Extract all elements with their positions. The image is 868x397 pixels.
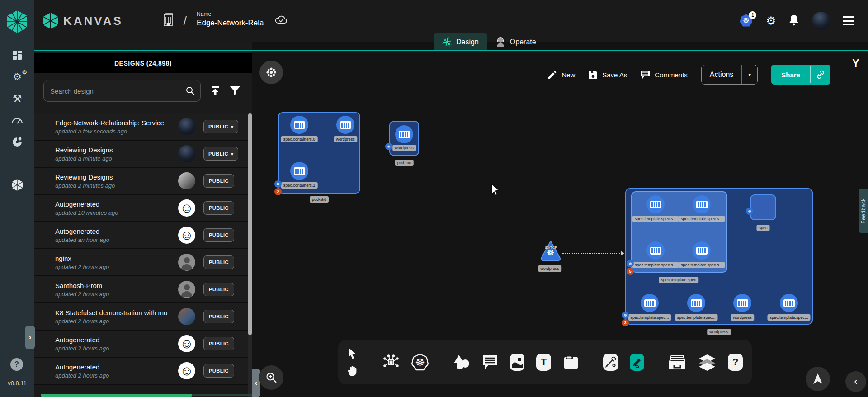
text-tool-icon[interactable]: T xyxy=(536,354,551,371)
visibility-chip[interactable]: PUBLIC ▾ xyxy=(203,174,234,188)
container-node[interactable] xyxy=(336,116,354,134)
dock-help-icon[interactable]: ? xyxy=(728,354,743,371)
design-list-item[interactable]: K8 Statefulset demonstration with mo upd… xyxy=(34,303,252,331)
container-node[interactable] xyxy=(780,294,798,312)
k8s-badge-icon: ☸ xyxy=(746,208,753,215)
save-as-button[interactable]: Save As xyxy=(589,70,627,79)
tab-design[interactable]: Design xyxy=(434,33,487,50)
actions-button[interactable]: Actions ▾ xyxy=(701,65,758,85)
visibility-label: PUBLIC xyxy=(209,314,229,319)
search-input[interactable] xyxy=(43,80,201,102)
comment-tool-icon[interactable] xyxy=(482,354,498,370)
service-node[interactable]: ☸ xyxy=(539,241,562,264)
visibility-chip[interactable]: PUBLIC ▾ xyxy=(203,147,238,161)
search-icon xyxy=(185,86,195,98)
sidebar-expand-handle[interactable]: › xyxy=(25,326,35,349)
container-node[interactable] xyxy=(290,116,308,134)
design-canvas[interactable]: New Save As Comments Actions ▾ Share xyxy=(252,51,868,397)
spec-node[interactable] xyxy=(750,194,776,220)
mesh-components-icon[interactable] xyxy=(383,354,399,370)
actions-caret-icon[interactable]: ▾ xyxy=(742,65,757,84)
container-node[interactable] xyxy=(641,294,659,312)
pod-template-node[interactable] xyxy=(631,191,727,273)
settings-gear-icon[interactable]: ⚙ xyxy=(766,15,776,26)
container-node[interactable] xyxy=(646,241,665,260)
design-list-item[interactable]: Autogenerated updated 2 hours ago PUBLIC… xyxy=(34,358,252,385)
design-owner-avatar xyxy=(178,308,195,325)
error-count-badge[interactable]: 2 xyxy=(274,188,282,195)
import-drawer-icon[interactable] xyxy=(668,354,686,370)
kanvas-snowflake-button[interactable] xyxy=(259,61,283,84)
container-node[interactable] xyxy=(693,195,711,213)
locate-navigate-button[interactable] xyxy=(806,367,830,391)
user-avatar[interactable] xyxy=(812,12,830,30)
note-tool-icon[interactable] xyxy=(563,354,579,370)
pod-label: pod-skd xyxy=(310,196,329,203)
organization-building-icon[interactable] xyxy=(162,13,175,28)
design-owner-avatar xyxy=(178,227,195,244)
new-button[interactable]: New xyxy=(548,70,575,79)
configuration-tools-icon[interactable]: ⚒ xyxy=(8,92,26,105)
status-progress-bar xyxy=(41,394,192,397)
design-list-item[interactable]: Autogenerated updated 10 minutes ago PUB… xyxy=(34,195,252,222)
visibility-chip[interactable]: PUBLIC ▾ xyxy=(203,337,234,350)
layers-icon[interactable] xyxy=(698,354,716,371)
image-tool-icon[interactable] xyxy=(510,354,525,371)
layer5-logo-icon[interactable] xyxy=(7,10,28,33)
container-node[interactable] xyxy=(646,195,665,213)
freehand-pencil-tool-icon[interactable] xyxy=(630,354,645,371)
design-name-field[interactable]: Name Edge-Network-Relatio xyxy=(196,11,265,31)
panel-collapse-handle[interactable]: ‹ xyxy=(252,369,260,397)
feedback-tab[interactable]: Feedback xyxy=(859,189,868,233)
container-node[interactable] xyxy=(290,162,308,180)
design-list-item[interactable]: Autogenerated updated an hour ago PUBLIC… xyxy=(34,222,252,249)
design-name-value[interactable]: Edge-Network-Relatio xyxy=(197,19,264,28)
tab-operate[interactable]: Operate xyxy=(487,33,544,50)
shapes-tool-icon[interactable] xyxy=(453,354,470,370)
filter-funnel-icon[interactable] xyxy=(230,86,241,96)
dashboard-icon[interactable] xyxy=(8,49,26,61)
visibility-chip[interactable]: PUBLIC ▾ xyxy=(203,283,234,296)
kubernetes-tool-icon[interactable]: ☸ xyxy=(411,353,429,371)
container-node[interactable] xyxy=(733,294,751,312)
design-list-item[interactable]: Reviewing Designs updated 2 minutes ago … xyxy=(34,168,252,195)
visibility-chip[interactable]: PUBLIC ▾ xyxy=(203,228,234,242)
share-button[interactable]: Share xyxy=(771,65,830,85)
design-list-item[interactable]: Edge-Network-Relationship: Service updat… xyxy=(34,113,252,141)
kubernetes-context-icon[interactable]: ☸ 1 xyxy=(740,14,753,28)
kanvas-hexagon-icon[interactable] xyxy=(8,179,26,191)
container-node[interactable] xyxy=(687,294,705,312)
comments-button[interactable]: Comments xyxy=(641,70,688,79)
pan-hand-tool-icon[interactable] xyxy=(347,365,359,377)
help-icon[interactable]: ? xyxy=(10,358,23,371)
cursor-tool-icon[interactable] xyxy=(348,348,359,359)
designs-scrollbar[interactable] xyxy=(248,113,252,397)
copy-link-icon[interactable] xyxy=(811,65,830,85)
lifecycle-gears-icon[interactable]: ⚙ ⚙ xyxy=(8,71,26,83)
design-list-item[interactable]: nginx updated 2 hours ago PUBLIC ▾ xyxy=(34,249,252,276)
extensions-icon[interactable] xyxy=(8,136,26,148)
error-count-badge[interactable]: 3 xyxy=(622,319,629,326)
kanvas-brand[interactable]: KANVAS xyxy=(42,12,123,30)
performance-gauge-icon[interactable] xyxy=(8,114,26,127)
design-list-item[interactable]: Autogenerated updated 2 hours ago PUBLIC… xyxy=(34,331,252,358)
scrollbar-thumb[interactable] xyxy=(248,113,252,335)
visibility-chip[interactable]: PUBLIC ▾ xyxy=(203,201,234,215)
container-node[interactable] xyxy=(395,125,413,143)
visibility-chip[interactable]: PUBLIC ▾ xyxy=(203,120,238,133)
container-node[interactable] xyxy=(693,241,711,260)
error-count-badge[interactable]: 5 xyxy=(627,268,634,275)
zoom-in-button[interactable] xyxy=(259,365,283,390)
design-list-item[interactable]: Reviewing Designs updated a minute ago P… xyxy=(34,141,252,168)
hamburger-menu-icon[interactable] xyxy=(843,16,854,25)
visibility-chip[interactable]: PUBLIC ▾ xyxy=(203,255,234,269)
collapse-right-button[interactable]: ‹ xyxy=(845,371,866,392)
shortcut-y-icon[interactable]: Y xyxy=(849,57,862,70)
visibility-chip[interactable]: PUBLIC ▾ xyxy=(203,310,234,323)
notifications-bell-icon[interactable] xyxy=(788,14,799,28)
design-list-item[interactable]: Santhosh-Prom updated 2 hours ago PUBLIC… xyxy=(34,276,252,303)
visibility-chip[interactable]: PUBLIC ▾ xyxy=(203,364,234,378)
canvas-action-toolbar: New Save As Comments Actions ▾ Share xyxy=(548,65,830,85)
pen-tool-icon[interactable] xyxy=(603,354,618,371)
publish-upload-icon[interactable] xyxy=(210,85,221,96)
